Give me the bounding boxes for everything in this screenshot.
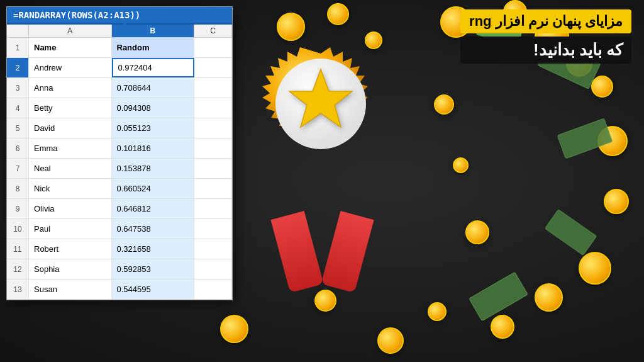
empty-cell <box>194 280 232 299</box>
row-number: 13 <box>7 280 29 299</box>
random-cell: 0.647538 <box>112 219 195 239</box>
name-cell: Anna <box>29 78 112 98</box>
coin-7 <box>591 76 613 98</box>
formula-text: =RANDARRAY(ROWS(A2:A13)) <box>13 10 140 20</box>
random-cell: 0.101816 <box>112 139 195 158</box>
coin-17 <box>220 315 248 343</box>
col-header-empty <box>7 25 29 37</box>
table-row: 5David0.055123 <box>7 118 232 139</box>
table-row: 9Olivia0.646812 <box>7 199 232 219</box>
coin-20 <box>465 220 489 244</box>
row-number: 7 <box>7 159 29 178</box>
random-cell: 0.094308 <box>112 98 195 118</box>
name-cell: Paul <box>29 219 112 239</box>
empty-cell <box>194 58 232 77</box>
table-row: 1NameRandom <box>7 38 232 58</box>
empty-cell <box>194 38 232 57</box>
random-cell: 0.321658 <box>112 239 195 259</box>
random-cell: 0.055123 <box>112 118 195 138</box>
coin-11 <box>535 283 563 312</box>
table-body: 1NameRandom2Andrew0.9724043Anna0.7086444… <box>7 38 232 300</box>
random-cell: 0.708644 <box>112 78 195 98</box>
name-cell: Sophia <box>29 259 112 279</box>
name-cell: Robert <box>29 239 112 259</box>
empty-cell <box>194 179 232 198</box>
name-cell: Nick <box>29 179 112 198</box>
banner-container: مزایای پنهان نرم افزار rng که باید بدانی… <box>460 9 631 64</box>
random-cell: 0.544595 <box>112 280 195 299</box>
empty-cell <box>194 98 232 118</box>
row-number: 11 <box>7 239 29 259</box>
table-row: 13Susan0.544595 <box>7 280 232 300</box>
row-number: 6 <box>7 139 29 158</box>
coin-10 <box>579 252 611 285</box>
row-number: 9 <box>7 199 29 218</box>
empty-cell <box>194 139 232 158</box>
coin-1 <box>327 3 349 25</box>
empty-cell <box>194 159 232 178</box>
row-number: 2 <box>7 58 29 77</box>
random-cell: 0.153878 <box>112 159 195 178</box>
random-cell: 0.646812 <box>112 199 195 218</box>
col-header-c: C <box>194 25 232 37</box>
name-cell: Name <box>29 38 112 57</box>
coin-14 <box>377 327 404 354</box>
table-row: 7Neal0.153878 <box>7 159 232 179</box>
coin-0 <box>277 13 305 41</box>
ribbon-left <box>270 211 323 293</box>
name-cell: Betty <box>29 98 112 118</box>
banner-line2: که باید بدانید! <box>460 37 631 64</box>
empty-cell <box>194 118 232 138</box>
coin-12 <box>491 315 514 339</box>
coin-18 <box>434 94 454 115</box>
name-cell: Andrew <box>29 58 112 77</box>
table-row: 6Emma0.101816 <box>7 139 232 159</box>
row-number: 3 <box>7 78 29 98</box>
table-row: 2Andrew0.972404 <box>7 58 232 78</box>
random-cell: Random <box>112 38 195 57</box>
name-cell: Emma <box>29 139 112 158</box>
random-cell: 0.660524 <box>112 179 195 198</box>
row-number: 1 <box>7 38 29 57</box>
coin-9 <box>604 189 629 214</box>
name-cell: Neal <box>29 159 112 178</box>
row-number: 12 <box>7 259 29 279</box>
row-number: 8 <box>7 179 29 198</box>
table-row: 8Nick0.660524 <box>7 179 232 199</box>
random-cell: 0.592853 <box>112 259 195 279</box>
empty-cell <box>194 199 232 218</box>
spreadsheet: =RANDARRAY(ROWS(A2:A13)) A B C 1NameRand… <box>6 6 233 300</box>
table-row: 11Robert0.321658 <box>7 239 232 259</box>
badge-gear <box>239 44 402 208</box>
row-number: 10 <box>7 219 29 239</box>
name-cell: Susan <box>29 280 112 299</box>
random-cell: 0.972404 <box>112 58 195 77</box>
row-number: 5 <box>7 118 29 138</box>
ribbon-right <box>321 211 374 293</box>
empty-cell <box>194 219 232 239</box>
col-header-a: A <box>29 25 112 37</box>
column-b-arrow <box>117 22 132 33</box>
coin-13 <box>428 302 447 321</box>
empty-cell <box>194 239 232 259</box>
table-row: 4Betty0.094308 <box>7 98 232 118</box>
table-row: 10Paul0.647538 <box>7 219 232 239</box>
medal-container <box>220 38 428 302</box>
table-row: 12Sophia0.592853 <box>7 259 232 280</box>
empty-cell <box>194 259 232 279</box>
name-cell: Olivia <box>29 199 112 218</box>
banner-line1: مزایای پنهان نرم افزار rng <box>460 9 631 33</box>
table-row: 3Anna0.708644 <box>7 78 232 98</box>
coin-19 <box>453 157 469 173</box>
row-number: 4 <box>7 98 29 118</box>
empty-cell <box>194 78 232 98</box>
name-cell: David <box>29 118 112 138</box>
